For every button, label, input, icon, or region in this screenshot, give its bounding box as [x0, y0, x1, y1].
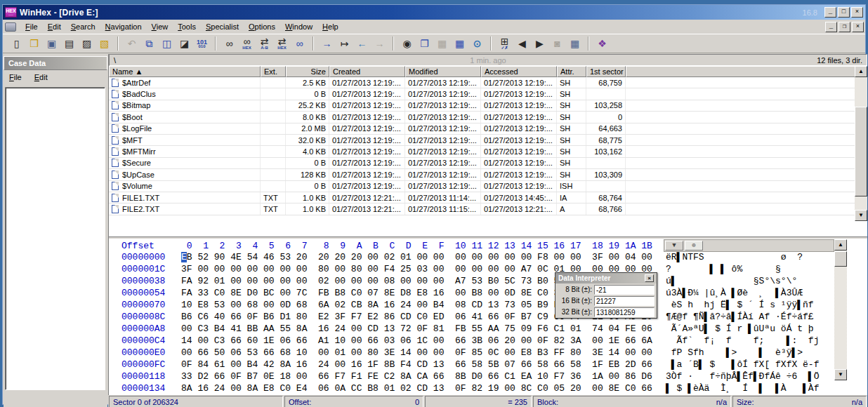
column-header-created[interactable]: Created [329, 66, 405, 77]
hex-row[interactable]: 000000C414 00 C3 66 60 1E 06 66 A1 10 00… [109, 335, 867, 347]
paste-button[interactable]: ◫ [158, 36, 176, 52]
data-interpreter-titlebar[interactable]: Data Interpreter × [555, 273, 657, 283]
file-row--secure[interactable]: …$Secure0 B01/27/2013 12:19:...01/27/201… [109, 158, 855, 169]
hex-scroll-down-icon[interactable]: ▼ [834, 369, 847, 380]
hex-row[interactable]: 0000007010 E8 53 00 68 00 0D 68 6A 02 CB… [109, 300, 867, 312]
hex-bytes[interactable]: 00 C3 B4 41 BB AA 55 8A 16 24 00 CD 13 7… [181, 323, 652, 334]
hex-bytes[interactable]: 00 66 50 06 53 66 68 10 00 01 00 80 3E 1… [181, 347, 652, 358]
ansi-text[interactable]: ú3À▌Ð¼ |û¸À ▌Øè ¸ ▌À3ÛÆ [666, 288, 819, 298]
column-header-attr-[interactable]: Attr. [557, 66, 586, 77]
viewer-button[interactable]: ⊙ [468, 36, 486, 52]
ansi-text[interactable]: èS h hj Ë▌ $ ´ Í s ¹ÿÿ▌ñf [666, 300, 819, 310]
clone-disk-button[interactable]: ❐ [416, 36, 433, 52]
column-header-1st-sector[interactable]: 1st sector [586, 66, 626, 77]
file-name-cell[interactable]: $UpCase [109, 169, 261, 180]
snapshot-button[interactable]: ◙ [548, 36, 566, 52]
menu-item-file[interactable]: File [20, 20, 43, 33]
file-name-cell[interactable]: $AttrDef [109, 77, 261, 88]
column-header-name[interactable]: Name ▲ [109, 66, 261, 77]
properties-button[interactable]: ▨ [78, 36, 96, 52]
file-name-cell[interactable]: …$BadClus [109, 88, 261, 99]
case-menu-file[interactable]: File [9, 73, 22, 86]
minimize-button[interactable]: _ [824, 7, 836, 18]
interpreter-value[interactable]: 1318081259 [594, 307, 655, 317]
open-ram-button[interactable]: ▦ [433, 36, 451, 52]
browser-scroll-up-icon[interactable]: ▲ [855, 66, 867, 77]
ansi-text[interactable]: Ã´A»ªU▌ $ Í r ▌ûUªu öÁ t þ [666, 323, 819, 334]
hex-row[interactable]: 00000054FA 33 C0 8E D0 BC 00 7C FB B8 C0… [109, 288, 867, 300]
status-offset-panel[interactable]: Offset: 0 [284, 396, 423, 407]
menu-item-window[interactable]: Window [280, 20, 317, 33]
hex-scroll-up-icon[interactable]: ▲ [834, 239, 847, 251]
text-zoom-button[interactable]: ⊙ [685, 241, 703, 251]
file-name-cell[interactable]: …$Secure [109, 158, 261, 168]
hex-row[interactable]: 00000000EB 52 90 4E 54 46 53 20 20 20 20… [109, 252, 867, 264]
hex-scrollbar[interactable]: ▲ ▼ [834, 239, 847, 380]
data-interpreter-popup[interactable]: Data Interpreter × 8 Bit (±):-2116 Bit (… [555, 272, 657, 319]
file-name-cell[interactable]: FILE1.TXT [109, 192, 261, 203]
hex-row[interactable]: 0000011833 D2 66 0F B7 0E 18 00 66 F7 F1… [109, 371, 867, 383]
previous-button[interactable]: ◀ [513, 36, 531, 52]
ansi-text[interactable]: ¶Æ@f ¶Ñ▌â?÷â▌ÍÀí Af ·Éf÷áf£ [666, 312, 819, 322]
interpreter-value[interactable]: -21 [594, 285, 655, 295]
replace-hex-button[interactable]: ⇄HEX [273, 36, 291, 52]
file-name-cell[interactable]: FILE2.TXT [109, 204, 261, 214]
column-header-size[interactable]: Size [286, 66, 329, 77]
open-disk-button[interactable]: ◉ [398, 36, 416, 52]
file-name-cell[interactable]: $LogFile [109, 124, 261, 134]
column-header-ext-[interactable]: Ext. [261, 66, 286, 77]
undo-button[interactable]: ↶ [123, 36, 140, 52]
calculator-button[interactable]: ⊞✓✗ [496, 36, 513, 52]
data-interpreter-close-icon[interactable]: × [645, 274, 654, 282]
path-bar[interactable]: \ 1 min. ago 12 files, 3 dir. [109, 54, 867, 66]
hex-row[interactable]: 000000FC0F 84 61 00 B4 42 8A 16 24 00 16… [109, 359, 867, 371]
forward-button[interactable]: → [371, 36, 388, 52]
status-sector-panel[interactable]: Sector 0 of 206324 [109, 396, 283, 407]
file-row--badclus[interactable]: …$BadClus0 B01/27/2013 12:19:...01/27/20… [109, 88, 855, 100]
replace-text-button[interactable]: ⇄A·B [256, 36, 273, 52]
ansi-text[interactable]: Ãf` f¡ f f; ▌: fj [666, 335, 819, 346]
goto-offset-button[interactable]: → [318, 36, 336, 52]
back-button[interactable]: ← [353, 36, 371, 52]
menu-item-edit[interactable]: Edit [43, 20, 66, 33]
paste-write-button[interactable]: ◪ [176, 36, 193, 52]
ansi-text[interactable]: ▌a ´B▌ $ ▌ôÍ fX[ fXfX ë-f [666, 359, 819, 370]
help-button[interactable]: ❖ [593, 36, 611, 52]
mdi-minimize-button[interactable]: _ [825, 22, 837, 32]
goto-page-button[interactable]: ↦ [336, 36, 353, 52]
title-bar[interactable]: HEX···· WinHex - [Drive E:] 16.8 _ □ × [3, 5, 865, 20]
menu-item-specialist[interactable]: Specialist [201, 20, 244, 33]
column-header-accessed[interactable]: Accessed [481, 66, 557, 77]
file-row--upcase[interactable]: $UpCase128 KB01/27/2013 12:19:...01/27/2… [109, 169, 855, 180]
charset-dropdown-button[interactable]: ▼ [665, 241, 683, 251]
save-button[interactable]: ▣ [43, 36, 60, 52]
file-name-cell[interactable]: …$MFT [109, 135, 261, 145]
mdi-close-button[interactable]: × [852, 22, 864, 32]
find-text-button[interactable]: ∞ [221, 36, 238, 52]
menu-item-view[interactable]: View [147, 20, 173, 33]
file-name-cell[interactable]: $Boot [109, 112, 261, 122]
hex-bytes[interactable]: 33 D2 66 0F B7 0E 18 00 66 F7 F1 FE C2 8… [181, 371, 652, 382]
menu-item-tools[interactable]: Tools [173, 20, 201, 33]
hex-row[interactable]: 000000E000 66 50 06 53 66 68 10 00 01 00… [109, 347, 867, 359]
file-row--bitmap[interactable]: $Bitmap25.2 KB01/27/2013 12:19:...01/27/… [109, 100, 855, 112]
hex-row[interactable]: 000000A800 C3 B4 41 BB AA 55 8A 16 24 00… [109, 323, 867, 335]
hex-row[interactable]: 0000008CB6 C6 40 66 0F B6 D1 80 E2 3F F7… [109, 312, 867, 323]
ansi-text[interactable]: ▌ $ ▌èÀä Ì¸ Í ▌ ▌À ▌Àf [666, 383, 819, 394]
case-data-list[interactable] [5, 87, 105, 390]
next-button[interactable]: ▶ [531, 36, 548, 52]
hex-row[interactable]: 00000038FA 92 01 00 00 00 00 00 02 00 00… [109, 276, 867, 288]
file-name-cell[interactable]: $Bitmap [109, 100, 261, 111]
menu-item-options[interactable]: Options [244, 20, 280, 33]
mdi-restore-button[interactable]: ❐ [839, 22, 850, 32]
hex-rows[interactable]: 00000000EB 52 90 4E 54 46 53 20 20 20 20… [109, 252, 867, 407]
hex-bytes[interactable]: 0F 84 61 00 B4 42 8A 16 24 00 16 1F 8B F… [181, 359, 652, 370]
drive-document-icon[interactable] [5, 22, 16, 32]
interpreter-value[interactable]: 21227 [594, 296, 655, 306]
ansi-text[interactable]: ëR▌NTFS ø ? [666, 252, 819, 262]
hex-bytes[interactable]: 8A 16 24 00 8A E8 C0 E4 06 0A CC B8 01 0… [181, 383, 652, 394]
open-file-button[interactable]: ❒ [25, 36, 43, 52]
copy-button[interactable]: ⧉ [140, 36, 158, 52]
menu-item-help[interactable]: Help [317, 20, 343, 33]
new-file-button[interactable]: ▯ [8, 36, 25, 52]
